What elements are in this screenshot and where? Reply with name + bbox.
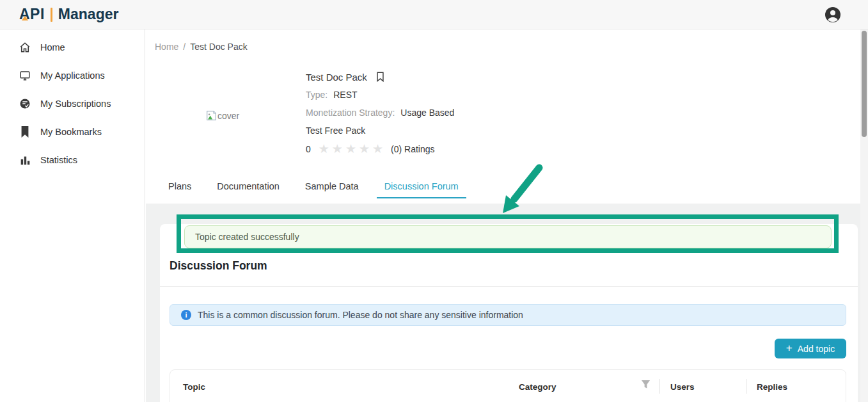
star-icon[interactable]: ★ — [319, 143, 329, 155]
scrollbar-thumb[interactable] — [862, 31, 867, 137]
sidebar-item-label: My Bookmarks — [40, 127, 102, 137]
broken-image-icon — [206, 110, 217, 121]
type-value: REST — [333, 90, 357, 100]
sidebar-item-my-subscriptions[interactable]: My Subscriptions — [0, 90, 145, 118]
topbar: API Manager — [0, 0, 868, 29]
column-header-topic: Topic — [183, 382, 205, 392]
cover-alt-text: cover — [217, 111, 239, 121]
product-details: Test Doc Pack Type: REST Monetization St… — [306, 68, 454, 158]
info-icon: i — [181, 310, 191, 320]
home-icon — [19, 42, 31, 53]
brand-logo[interactable]: API Manager — [19, 6, 118, 23]
brand-triangle-icon — [22, 16, 28, 20]
brand-manager-text: Manager — [58, 6, 119, 23]
bookmark-icon — [19, 126, 31, 138]
topics-table-header: Topic Category Users Replies — [170, 370, 846, 402]
page-title: Discussion Forum — [170, 259, 267, 273]
sidebar: Home My Applications My Subscriptions My… — [0, 29, 145, 402]
rating-row: 0 ★ ★ ★ ★ ★ (0) Ratings — [306, 140, 454, 158]
api-manager-screen: API Manager Home My Applications — [0, 0, 868, 402]
column-separator — [746, 379, 746, 394]
sidebar-item-label: Home — [40, 42, 65, 52]
plus-icon: + — [786, 342, 793, 355]
statistics-icon — [19, 154, 31, 166]
product-header-section: Home/Test Doc Pack cover Test Doc Pack T… — [146, 29, 868, 204]
type-label: Type: — [306, 90, 327, 100]
sidebar-item-label: My Applications — [40, 70, 105, 81]
breadcrumb-current: Test Doc Pack — [190, 42, 247, 52]
main-content: Home/Test Doc Pack cover Test Doc Pack T… — [146, 29, 868, 402]
add-topic-button[interactable]: + Add topic — [775, 339, 846, 358]
star-icon[interactable]: ★ — [359, 143, 370, 155]
tab-bar: Plans Documentation Sample Data Discussi… — [161, 176, 466, 198]
rating-count: (0) Ratings — [391, 144, 434, 154]
add-topic-label: Add topic — [798, 344, 835, 354]
subscriptions-icon — [19, 98, 31, 109]
sidebar-item-label: My Subscriptions — [40, 99, 111, 109]
tab-sample-data[interactable]: Sample Data — [297, 176, 367, 198]
column-header-users: Users — [670, 382, 695, 392]
breadcrumb-separator: / — [183, 42, 185, 52]
plan-name: Test Free Pack — [306, 125, 365, 136]
sidebar-item-my-applications[interactable]: My Applications — [0, 61, 145, 90]
section-divider — [160, 286, 858, 287]
cover-image-broken: cover — [206, 110, 239, 121]
tab-discussion-forum[interactable]: Discussion Forum — [377, 176, 466, 198]
success-toast: Topic created successfully — [184, 225, 832, 248]
breadcrumb-home-link[interactable]: Home — [155, 42, 178, 52]
star-icon[interactable]: ★ — [372, 143, 383, 155]
sidebar-item-home[interactable]: Home — [0, 33, 145, 61]
discussion-forum-card: Topic created successfully Discussion Fo… — [160, 224, 858, 402]
filter-icon[interactable] — [641, 380, 651, 391]
vertical-scrollbar[interactable] — [860, 29, 868, 402]
topics-table: Topic Category Users Replies — [170, 369, 846, 402]
star-icon[interactable]: ★ — [332, 143, 343, 155]
rating-value: 0 — [306, 144, 311, 154]
column-header-replies: Replies — [757, 382, 787, 392]
monetization-value: Usage Based — [400, 108, 454, 118]
success-toast-message: Topic created successfully — [195, 232, 299, 242]
applications-icon — [19, 70, 31, 81]
user-avatar-icon[interactable] — [825, 6, 841, 23]
sidebar-item-label: Statistics — [40, 155, 77, 165]
column-separator — [659, 379, 660, 394]
bookmark-outline-icon[interactable] — [376, 72, 384, 82]
info-banner-text: This is a common discussion forum. Pleas… — [198, 310, 523, 320]
monetization-label: Monetization Strategy: — [306, 108, 395, 118]
sidebar-item-my-bookmarks[interactable]: My Bookmarks — [0, 118, 145, 146]
tab-plans[interactable]: Plans — [161, 176, 199, 198]
info-banner: i This is a common discussion forum. Ple… — [170, 304, 846, 326]
product-title: Test Doc Pack — [306, 72, 367, 83]
rating-stars: ★ ★ ★ ★ ★ — [319, 143, 383, 155]
star-icon[interactable]: ★ — [345, 143, 356, 155]
breadcrumb: Home/Test Doc Pack — [155, 42, 248, 52]
tab-documentation[interactable]: Documentation — [209, 176, 287, 198]
brand-separator — [51, 8, 52, 22]
column-header-category: Category — [519, 382, 556, 392]
sidebar-item-statistics[interactable]: Statistics — [0, 146, 145, 174]
brand-api-text: API — [19, 6, 45, 23]
